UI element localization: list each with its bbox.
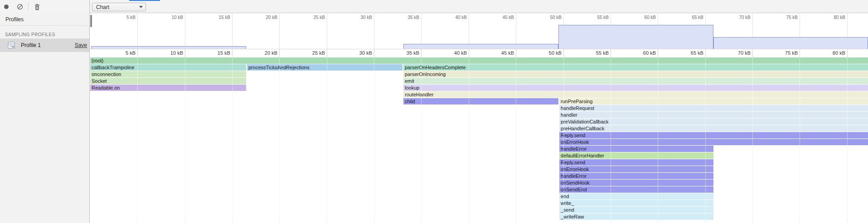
flame-bar-runpreparsing[interactable]: runPreParsing — [559, 98, 868, 104]
flame-bar-write[interactable]: write_ — [559, 200, 713, 206]
overview-grid-line — [232, 13, 233, 49]
sidebar-title-divider — [0, 25, 89, 26]
flame-grid-line-overlay — [185, 57, 185, 220]
main-ruler-label: 75 kB — [773, 50, 798, 56]
ruler-tick — [705, 49, 706, 57]
ruler-tick — [421, 49, 422, 57]
flame-bar-lookup[interactable]: lookup — [403, 85, 868, 91]
overview-ruler-label: 60 kB — [631, 15, 656, 20]
flame-bar-prevalidationcallback[interactable]: preValidationCallback — [559, 119, 868, 125]
flame-grid-line-overlay — [374, 57, 374, 220]
overview-ruler-label: 35 kB — [395, 15, 419, 20]
overview-grid-line — [137, 13, 138, 49]
ruler-tick — [516, 49, 516, 57]
flame-bar-processticksandrejections[interactable]: processTicksAndRejections — [247, 64, 402, 71]
overview-ruler-label: 65 kB — [679, 15, 703, 20]
flame-grid-line-overlay — [516, 57, 516, 220]
overview-ruler-label: 45 kB — [490, 15, 514, 20]
flame-bar-parseronheaderscomplete[interactable]: parserOnHeadersComplete — [403, 64, 868, 71]
flame-bar-defaulterrorhandler[interactable]: defaultErrorHandler — [559, 152, 713, 159]
ruler-tick — [185, 49, 185, 57]
overview-ruler-label: 20 kB — [253, 15, 277, 20]
view-mode-select[interactable]: Chart — [92, 3, 146, 11]
view-mode-value: Chart — [96, 4, 139, 10]
ruler-tick — [563, 49, 564, 57]
overview-ruler-label: 10 kB — [159, 15, 183, 20]
record-button[interactable] — [2, 2, 11, 11]
overview-grid-line — [327, 13, 327, 49]
overview-ruler-label: 75 kB — [773, 15, 798, 20]
heap-profile-icon: % — [8, 42, 15, 49]
active-tab-indicator — [129, 0, 160, 1]
flame-grid-line-overlay — [752, 57, 753, 220]
flame-bar-handleerror[interactable]: handleError — [559, 146, 713, 152]
main-ruler-label: 80 kB — [821, 50, 845, 56]
overview-ruler-label: 15 kB — [206, 15, 230, 20]
trash-icon — [34, 4, 40, 10]
overview-memory-band[interactable] — [558, 25, 713, 49]
save-profile-link[interactable]: Save — [75, 42, 87, 48]
overview-memory-band[interactable] — [403, 44, 558, 49]
flame-bar-send[interactable]: _send — [559, 207, 713, 213]
flame-bar-readable-on[interactable]: Readable.on — [90, 85, 246, 91]
flame-grid-line-overlay — [469, 57, 469, 220]
overview-ruler-label: 5 kB — [111, 15, 136, 20]
overview-memory-band[interactable] — [713, 37, 868, 49]
flame-bar-onerrorhook[interactable]: onErrorHook — [559, 166, 713, 172]
flame-bar-parseronincoming[interactable]: parserOnIncoming — [403, 71, 868, 77]
flame-bar-onconnection[interactable]: onconnection — [90, 71, 246, 77]
sidebar-pane-divider — [89, 0, 90, 223]
overview-grid-line — [374, 13, 374, 49]
flame-bar-callbacktrampoline[interactable]: callbackTrampoline — [90, 64, 246, 71]
overview-memory-band[interactable] — [91, 46, 246, 49]
delete-profile-button[interactable] — [33, 2, 42, 11]
sidebar-title: Profiles — [5, 16, 24, 23]
overview-grid-line — [279, 13, 280, 49]
flame-bar-emit[interactable]: emit — [403, 78, 868, 84]
chevron-down-icon — [139, 6, 143, 8]
flame-grid-line-overlay — [800, 57, 800, 220]
flame-bar-reply-send[interactable]: Reply.send — [559, 159, 713, 166]
sidebar-item-profile-1[interactable]: % Profile 1 Save — [0, 38, 89, 52]
flame-bar-handleerror[interactable]: handleError — [559, 173, 713, 179]
flame-bar-onerrorhook[interactable]: onErrorHook — [559, 139, 868, 145]
flame-bar-socket[interactable]: Socket — [90, 78, 246, 84]
flame-bar-prehandlercallback[interactable]: preHandlerCallback — [559, 125, 868, 132]
svg-text:%: % — [11, 45, 14, 48]
flame-grid-line-overlay — [705, 57, 706, 220]
main-ruler-label: 40 kB — [442, 50, 467, 56]
flame-bar-routehandler[interactable]: routeHandler — [403, 91, 868, 98]
overview-window-left-grip[interactable] — [90, 15, 92, 27]
flame-grid-line-overlay — [137, 57, 138, 220]
clear-profiles-button[interactable] — [15, 2, 24, 11]
flame-bar-handler[interactable]: handler — [559, 112, 868, 118]
main-ruler-label: 60 kB — [631, 50, 656, 56]
main-ruler-label: 20 kB — [253, 50, 277, 56]
overview-ruler-label: 30 kB — [348, 15, 372, 20]
flame-bar-reply-send[interactable]: Reply.send — [559, 132, 868, 138]
flame-bar-onsendhook[interactable]: onSendHook — [559, 180, 713, 186]
main-ruler-label: 10 kB — [159, 50, 183, 56]
flame-bar-writeraw[interactable]: _writeRaw — [559, 214, 713, 220]
flame-bar-child[interactable]: child — [403, 98, 558, 104]
flame-bar-handlerequest[interactable]: handleRequest — [559, 105, 868, 111]
ruler-tick — [611, 49, 611, 57]
flame-grid-line-overlay — [563, 57, 564, 220]
flame-bar-onsendend[interactable]: onSendEnd — [559, 186, 713, 193]
ruler-tick — [847, 49, 848, 57]
main-ruler-label: 35 kB — [395, 50, 419, 56]
flame-grid-line-overlay — [611, 57, 611, 220]
overview-grid-line — [185, 13, 185, 49]
flame-grid-line-overlay — [847, 57, 848, 220]
overview-ruler-label: 70 kB — [726, 15, 751, 20]
block-icon — [17, 4, 23, 10]
flame-bar-end[interactable]: end — [559, 193, 713, 199]
main-ruler-label: 25 kB — [301, 50, 325, 56]
ruler-tick — [800, 49, 800, 57]
flame-bar-root[interactable]: (root) — [90, 57, 868, 64]
ruler-tick — [279, 49, 280, 57]
overview-ruler-label: 55 kB — [584, 15, 609, 20]
overview-ruler-label: 25 kB — [301, 15, 325, 20]
main-ruler-label: 50 kB — [537, 50, 562, 56]
main-ruler-label: 5 kB — [111, 50, 136, 56]
